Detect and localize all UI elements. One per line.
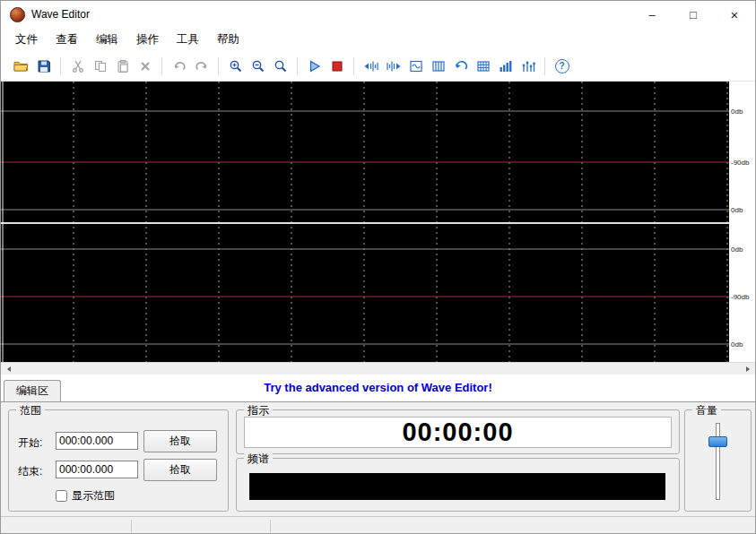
pick-end-button[interactable]: 拾取 bbox=[143, 459, 217, 481]
volume-slider-thumb[interactable] bbox=[708, 436, 727, 447]
db-label: 0db bbox=[731, 206, 743, 214]
bottom-panel: 范围 开始: 拾取 结束: 拾取 显示范围 指示 00:00:00 频谱 bbox=[1, 401, 755, 516]
paste-icon bbox=[116, 59, 130, 73]
spectrum-group: 频谱 bbox=[236, 458, 680, 512]
end-time-input[interactable] bbox=[56, 461, 138, 478]
scroll-right-icon bbox=[746, 366, 750, 372]
selection-start-icon bbox=[363, 59, 379, 73]
menu-view[interactable]: 查看 bbox=[47, 30, 87, 50]
stop-icon bbox=[330, 59, 344, 73]
edit-wave-button[interactable] bbox=[404, 56, 427, 77]
undo-button[interactable] bbox=[168, 56, 190, 77]
toolbar: ? bbox=[1, 51, 755, 82]
advanced-version-banner[interactable]: Try the advanced version of Wave Editor! bbox=[1, 381, 755, 394]
comb-filter-button[interactable] bbox=[427, 56, 449, 77]
toolbar-separator bbox=[218, 57, 219, 75]
stop-button[interactable] bbox=[326, 56, 348, 77]
app-logo-icon bbox=[10, 7, 25, 22]
db-label: 0db bbox=[731, 245, 743, 254]
save-button[interactable] bbox=[32, 56, 55, 77]
scroll-left-button[interactable] bbox=[2, 363, 15, 375]
spectrum-display bbox=[249, 473, 665, 500]
stem-chart-icon bbox=[521, 59, 535, 73]
statusbar-separator bbox=[270, 520, 271, 532]
edit-wave-icon bbox=[409, 59, 423, 73]
db-label: 0db bbox=[731, 108, 743, 116]
time-display: 00:00:00 bbox=[244, 417, 672, 448]
selection-end-icon bbox=[386, 59, 402, 73]
cut-icon bbox=[71, 59, 85, 73]
statusbar bbox=[1, 516, 755, 534]
open-folder-icon bbox=[13, 59, 29, 73]
volume-slider[interactable] bbox=[716, 423, 720, 500]
play-button[interactable] bbox=[303, 56, 326, 77]
comb-filter-icon bbox=[431, 59, 446, 73]
copy-button[interactable] bbox=[89, 56, 111, 77]
db-label: -90db bbox=[731, 159, 749, 167]
range-group: 范围 开始: 拾取 结束: 拾取 显示范围 bbox=[8, 409, 229, 512]
toolbar-separator bbox=[353, 57, 354, 75]
close-button[interactable]: × bbox=[714, 1, 755, 28]
zoom-out-button[interactable] bbox=[247, 56, 269, 77]
grid-button[interactable] bbox=[472, 56, 494, 77]
paste-button[interactable] bbox=[111, 56, 134, 77]
menubar: 文件 查看 编辑 操作 工具 帮助 bbox=[1, 28, 755, 51]
redo-button[interactable] bbox=[190, 56, 213, 77]
toolbar-separator bbox=[544, 57, 545, 75]
copy-icon bbox=[93, 59, 108, 73]
selection-end-button[interactable] bbox=[382, 56, 404, 77]
selection-start-button[interactable] bbox=[360, 56, 382, 77]
waveform-display[interactable] bbox=[1, 82, 729, 362]
window-title: Wave Editor bbox=[31, 8, 90, 21]
menu-operate[interactable]: 操作 bbox=[127, 30, 168, 50]
help-icon: ? bbox=[555, 59, 569, 73]
range-group-title: 范围 bbox=[16, 403, 45, 418]
show-range-label: 显示范围 bbox=[72, 488, 115, 504]
scroll-right-button[interactable] bbox=[741, 363, 754, 375]
zoom-reset-icon bbox=[274, 59, 288, 73]
zoom-in-icon bbox=[229, 59, 243, 73]
menu-edit[interactable]: 编辑 bbox=[87, 30, 127, 50]
bar-chart-icon bbox=[499, 59, 513, 73]
revert-button[interactable] bbox=[449, 56, 472, 77]
statusbar-separator bbox=[131, 520, 132, 532]
minimize-button[interactable]: – bbox=[631, 1, 673, 28]
cut-button[interactable] bbox=[66, 56, 89, 77]
toolbar-separator bbox=[60, 57, 61, 75]
indicator-group: 指示 00:00:00 bbox=[236, 409, 680, 454]
time-value: 00:00:00 bbox=[402, 418, 513, 447]
scroll-left-icon bbox=[7, 366, 11, 372]
db-label: -90db bbox=[731, 293, 749, 301]
menu-tools[interactable]: 工具 bbox=[168, 30, 208, 50]
start-time-input[interactable] bbox=[56, 432, 138, 450]
zoom-reset-button[interactable] bbox=[269, 56, 291, 77]
delete-icon bbox=[138, 59, 152, 73]
stem-chart-button[interactable] bbox=[517, 56, 539, 77]
spectrum-group-title: 频谱 bbox=[244, 452, 273, 467]
menu-help[interactable]: 帮助 bbox=[208, 30, 248, 50]
bar-chart-button[interactable] bbox=[494, 56, 517, 77]
grid-icon bbox=[476, 59, 491, 73]
open-button[interactable] bbox=[10, 56, 32, 77]
revert-icon bbox=[454, 59, 468, 73]
maximize-button[interactable]: □ bbox=[673, 1, 714, 28]
wave-editor-window: Wave Editor – □ × 文件 查看 编辑 操作 工具 帮助 bbox=[0, 0, 756, 534]
db-scale-column: 0db -90db 0db 0db -90db 0db bbox=[729, 82, 756, 362]
volume-group-title: 音量 bbox=[692, 403, 721, 418]
window-controls: – □ × bbox=[631, 1, 755, 28]
delete-button[interactable] bbox=[134, 56, 156, 77]
toolbar-separator bbox=[161, 57, 162, 75]
save-icon bbox=[37, 59, 51, 73]
play-icon bbox=[308, 59, 322, 73]
volume-group: 音量 bbox=[684, 409, 752, 512]
db-label: 0db bbox=[731, 340, 743, 349]
horizontal-scrollbar[interactable] bbox=[1, 362, 755, 375]
tabstrip: 编辑区 Try the advanced version of Wave Edi… bbox=[1, 375, 755, 401]
menu-file[interactable]: 文件 bbox=[6, 30, 47, 50]
show-range-checkbox[interactable] bbox=[56, 490, 67, 502]
pick-start-button[interactable]: 拾取 bbox=[143, 430, 217, 452]
zoom-out-icon bbox=[251, 59, 265, 73]
help-button[interactable]: ? bbox=[551, 56, 573, 77]
waveform-grid bbox=[1, 82, 729, 362]
zoom-in-button[interactable] bbox=[224, 56, 247, 77]
